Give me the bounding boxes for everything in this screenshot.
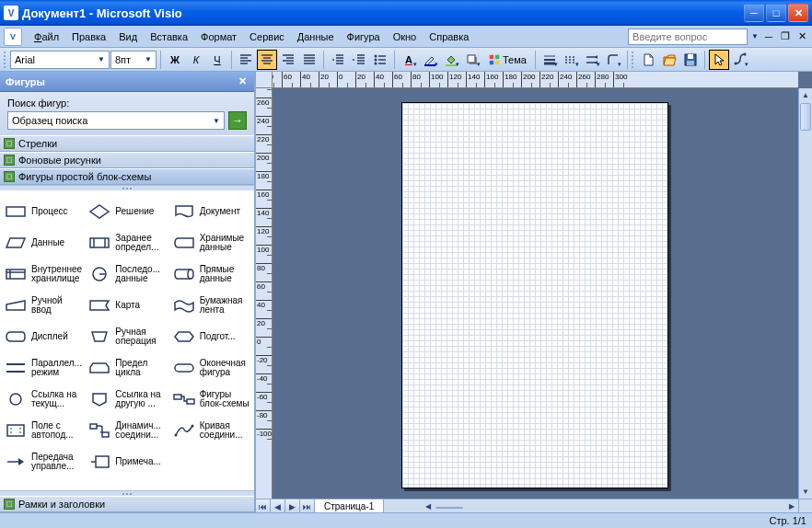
doc-icon[interactable]: V <box>4 28 22 46</box>
shape-label: Заранее определ... <box>115 234 166 253</box>
category-backgrounds[interactable]: Фоновые рисунки <box>0 152 254 168</box>
shape-item[interactable]: Динамич... соедини... <box>86 415 168 446</box>
italic-button[interactable]: К <box>186 50 206 70</box>
line-pattern-button[interactable] <box>561 50 581 70</box>
theme-button[interactable]: Тема <box>483 50 531 70</box>
connector-tool-button[interactable] <box>730 50 750 70</box>
line-ends-button[interactable] <box>582 50 602 70</box>
doc-minimize-button[interactable]: ─ <box>762 30 775 43</box>
minimize-button[interactable]: ─ <box>744 4 764 22</box>
menu-service[interactable]: Сервис <box>243 29 291 45</box>
scroll-down-icon[interactable]: ▼ <box>799 485 812 499</box>
shapes-search-combo[interactable]: Образец поиска▼ <box>7 111 225 130</box>
shape-item[interactable]: Данные <box>2 227 84 258</box>
ask-question-input[interactable] <box>628 29 748 45</box>
menu-format[interactable]: Формат <box>194 29 243 45</box>
fill-color-button[interactable] <box>441 50 461 70</box>
align-right-button[interactable] <box>278 50 298 70</box>
shape-item[interactable]: Хранимые данные <box>170 227 252 258</box>
font-size-combo[interactable]: 8пт▼ <box>110 51 157 69</box>
shape-label: Предел цикла <box>115 359 166 378</box>
shape-item[interactable]: Решение <box>86 196 168 227</box>
shadow-button[interactable] <box>462 50 482 70</box>
line-color-button[interactable] <box>420 50 440 70</box>
align-justify-button[interactable] <box>299 50 319 70</box>
shape-item[interactable]: Ссылка на текущ... <box>2 384 84 415</box>
shape-item[interactable]: Оконечная фигура <box>170 352 252 384</box>
svg-rect-10 <box>495 60 499 63</box>
align-left-button[interactable] <box>236 50 256 70</box>
shape-item[interactable]: Процесс <box>2 196 84 227</box>
shape-item[interactable]: Заранее определ... <box>86 227 168 258</box>
shape-item[interactable]: Дисплей <box>2 321 84 352</box>
category-frames[interactable]: Рамки и заголовки <box>0 496 254 512</box>
last-page-button[interactable]: ⏭ <box>300 499 315 512</box>
canvas-area: 1008060402002040608010012014016018020022… <box>256 72 812 512</box>
shape-item[interactable]: Бумажная лента <box>170 290 252 321</box>
save-button[interactable] <box>680 50 701 70</box>
vertical-ruler[interactable]: 3002802602402202001801601401201008060402… <box>256 88 273 499</box>
scrollbar-corner <box>798 499 812 512</box>
shape-item[interactable]: Карта <box>86 290 168 321</box>
underline-button[interactable]: Ч <box>207 50 227 70</box>
shapes-search-go-button[interactable]: → <box>228 111 247 130</box>
shape-item[interactable]: Подгот... <box>170 321 252 352</box>
shape-item[interactable]: Ссылка на другую ... <box>86 384 168 415</box>
shape-item[interactable]: Внутреннее хранилище <box>2 258 84 290</box>
askbox-dropdown-icon[interactable]: ▼ <box>751 32 759 40</box>
menu-window[interactable]: Окно <box>387 29 423 45</box>
scroll-up-icon[interactable]: ▲ <box>799 88 812 102</box>
shape-item[interactable]: Ручная операция <box>86 321 168 352</box>
shape-icon <box>172 234 196 252</box>
line-weight-button[interactable] <box>539 50 560 70</box>
close-button[interactable]: ✕ <box>788 4 808 22</box>
increase-indent-button[interactable] <box>349 50 369 70</box>
shape-item[interactable]: Примеча... <box>86 446 168 477</box>
vertical-scrollbar[interactable]: ▲ ▼ <box>798 88 812 499</box>
menu-help[interactable]: Справка <box>423 29 475 45</box>
menu-data[interactable]: Данные <box>291 29 341 45</box>
pointer-tool-button[interactable] <box>709 50 729 70</box>
shape-item[interactable]: Поле с автопод... <box>2 415 84 446</box>
doc-close-button[interactable]: ✕ <box>795 30 808 43</box>
drawing-page[interactable] <box>401 102 668 488</box>
font-color-button[interactable]: A <box>399 50 419 70</box>
drawing-viewport[interactable] <box>273 88 798 499</box>
corner-rounding-button[interactable] <box>603 50 623 70</box>
toolbar-grip[interactable] <box>4 52 7 68</box>
doc-restore-button[interactable]: ❐ <box>779 30 792 43</box>
new-button[interactable] <box>638 50 658 70</box>
shape-item[interactable]: Передача управле... <box>2 446 84 477</box>
align-center-button[interactable] <box>257 50 277 70</box>
status-bar: Стр. 1/1 <box>0 512 812 528</box>
menu-view[interactable]: Вид <box>112 29 144 45</box>
menu-shape[interactable]: Фигура <box>341 29 387 45</box>
horizontal-ruler[interactable]: 1008060402002040608010012014016018020022… <box>273 72 798 88</box>
maximize-button[interactable]: □ <box>766 4 786 22</box>
shape-item[interactable]: Ручной ввод <box>2 290 84 321</box>
category-arrows[interactable]: Стрелки <box>0 135 254 152</box>
toolbar-grip-2[interactable] <box>632 52 635 68</box>
hscroll-thumb[interactable] <box>435 507 463 509</box>
shape-item[interactable]: Фигуры блок-схемы <box>170 384 252 415</box>
menu-file[interactable]: Файл <box>28 29 65 45</box>
page-tab[interactable]: Страница-1 <box>315 499 384 513</box>
open-button[interactable] <box>659 50 679 70</box>
shape-item[interactable]: Последо... данные <box>86 258 168 290</box>
bold-button[interactable]: Ж <box>165 50 185 70</box>
next-page-button[interactable]: ▶ <box>285 499 300 512</box>
menu-insert[interactable]: Вставка <box>144 29 194 45</box>
shape-item[interactable]: Прямые данные <box>170 258 252 290</box>
font-name-combo[interactable]: Arial▼ <box>10 51 110 69</box>
shape-item[interactable]: Кривая соедини... <box>170 415 252 446</box>
bullets-button[interactable] <box>370 50 390 70</box>
shape-item[interactable]: Предел цикла <box>86 352 168 384</box>
shape-item[interactable]: Параллел... режим <box>2 352 84 384</box>
shapes-panel-close-icon[interactable]: ✕ <box>236 75 249 88</box>
shape-item[interactable]: Документ <box>170 196 252 227</box>
menu-edit[interactable]: Правка <box>65 29 112 45</box>
vscroll-thumb[interactable] <box>800 103 811 131</box>
prev-page-button[interactable]: ◀ <box>271 499 285 512</box>
first-page-button[interactable]: ⏮ <box>256 499 271 512</box>
decrease-indent-button[interactable] <box>328 50 348 70</box>
